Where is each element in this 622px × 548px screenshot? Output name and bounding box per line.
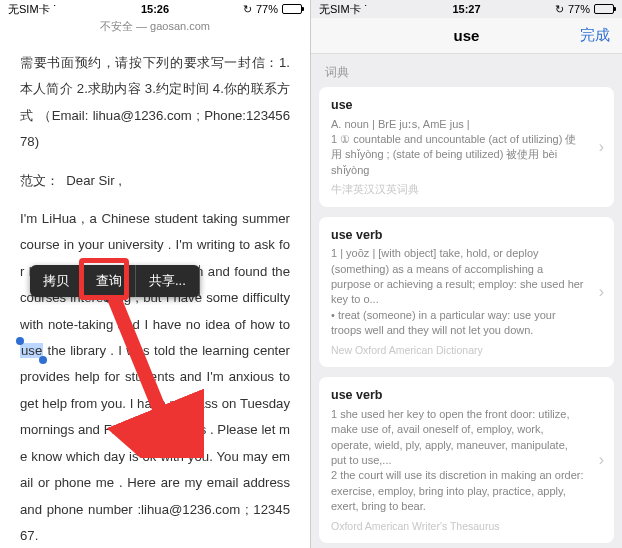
entry-headword: use verb <box>331 227 584 245</box>
battery-pct: 77% <box>568 3 590 15</box>
lookup-title: use <box>454 27 480 44</box>
sync-icon: ↻ <box>555 3 564 16</box>
dictionary-entry[interactable]: useA. noun | BrE juːs, AmE jus | 1 ① cou… <box>319 87 614 207</box>
entry-source: Oxford American Writer's Thesaurus <box>331 519 584 534</box>
chevron-right-icon: › <box>599 136 604 158</box>
dictionary-entry[interactable]: use verb1 she used her key to open the f… <box>319 377 614 543</box>
done-button[interactable]: 完成 <box>580 26 610 45</box>
entry-headword: use <box>331 97 584 115</box>
text-selection[interactable]: use <box>20 343 43 358</box>
sample-label: 范文： Dear Sir , <box>20 168 290 194</box>
entry-definition: 1 she used her key to open the front doo… <box>331 407 584 515</box>
lookup-navbar: use 完成 <box>311 18 622 54</box>
entry-headword: use verb <box>331 387 584 405</box>
phone-right-screen: 无SIM卡 ᐝ 15:27 ↻ 77% use 完成 词典 useA. noun… <box>311 0 622 548</box>
intro-paragraph: 需要书面预约，请按下列的要求写一封信：1.本人简介 2.求助内容 3.约定时间 … <box>20 50 290 156</box>
ctx-share[interactable]: 共享... <box>136 265 200 297</box>
entry-definition: 1 | yoōz | [with object] take, hold, or … <box>331 246 584 338</box>
sync-icon: ↻ <box>243 3 252 16</box>
clock-label: 15:26 <box>141 3 169 15</box>
entry-source: New Oxford American Dictionary <box>331 343 584 358</box>
carrier-label: 无SIM卡 ᐝ <box>319 2 367 17</box>
address-bar[interactable]: 不安全 — gaosan.com <box>0 18 310 36</box>
selection-handle-start[interactable] <box>16 337 24 345</box>
entry-source: 牛津英汉汉英词典 <box>331 182 584 197</box>
entry-definition: A. noun | BrE juːs, AmE jus | 1 ① counta… <box>331 117 584 179</box>
selection-handle-end[interactable] <box>39 356 47 364</box>
clock-label: 15:27 <box>452 3 480 15</box>
battery-pct: 77% <box>256 3 278 15</box>
ctx-copy[interactable]: 拷贝 <box>30 265 83 297</box>
phone-left-screen: 无SIM卡 ᐝ 15:26 ↻ 77% 不安全 — gaosan.com 需要书… <box>0 0 311 548</box>
carrier-label: 无SIM卡 ᐝ <box>8 2 56 17</box>
section-dictionary-label: 词典 <box>311 54 622 87</box>
annotation-highlight-box <box>79 258 129 300</box>
chevron-right-icon: › <box>599 281 604 303</box>
chevron-right-icon: › <box>599 449 604 471</box>
dictionary-entries: useA. noun | BrE juːs, AmE jus | 1 ① cou… <box>311 87 622 548</box>
battery-icon <box>282 4 302 14</box>
letter-body[interactable]: I'm LiHua , a Chinese student taking sum… <box>20 206 290 548</box>
battery-icon <box>594 4 614 14</box>
dictionary-entry[interactable]: use verb1 | yoōz | [with object] take, h… <box>319 217 614 368</box>
status-bar: 无SIM卡 ᐝ 15:26 ↻ 77% <box>0 0 310 18</box>
status-bar: 无SIM卡 ᐝ 15:27 ↻ 77% <box>311 0 622 18</box>
